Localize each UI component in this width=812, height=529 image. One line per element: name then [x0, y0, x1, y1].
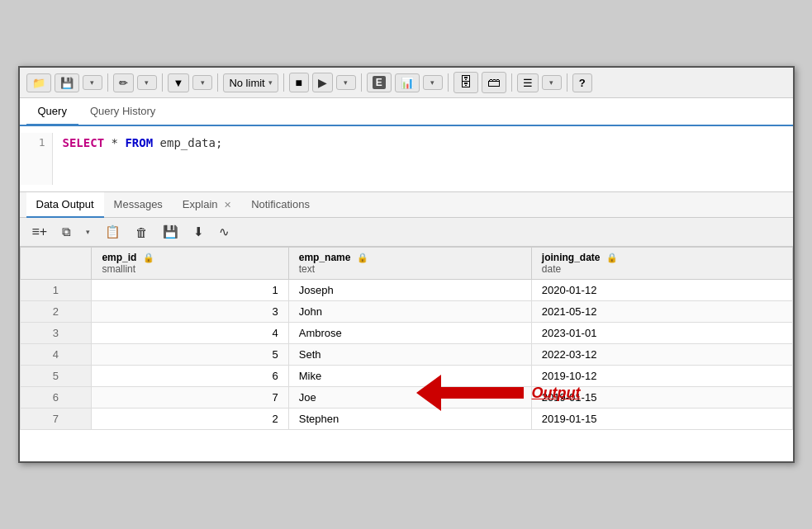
copy-dropdown-button[interactable]: ▾ [80, 224, 96, 239]
emp-id-cell[interactable]: 6 [92, 366, 288, 387]
row-num-cell: 1 [20, 280, 92, 301]
add-row-button[interactable]: ≡+ [26, 221, 54, 243]
stop-button[interactable]: ■ [289, 73, 309, 92]
emp-id-cell[interactable]: 7 [92, 387, 288, 409]
add-row-icon: ≡+ [32, 224, 48, 239]
main-toolbar: 📁 💾 ▾ ✏ ▾ ▼ ▾ No limit ▾ ■ [20, 68, 793, 98]
list-icon: ☰ [523, 77, 533, 89]
tab-explain[interactable]: Explain ✕ [173, 192, 241, 218]
run-button[interactable]: ▶ [312, 73, 333, 92]
emp-id-cell[interactable]: 3 [92, 301, 288, 323]
joining-date-cell[interactable]: 2019-01-15 [531, 409, 792, 430]
play-icon: ▶ [318, 76, 327, 89]
save-data-icon: 💾 [163, 224, 178, 239]
table-row[interactable]: 23John2021-05-12 [20, 301, 792, 323]
keyword-select: SELECT [63, 136, 105, 149]
sql-content[interactable]: SELECT * FROM emp_data; [53, 133, 793, 185]
save-button[interactable]: 💾 [55, 73, 79, 92]
col-name-emp-id: emp_id [102, 252, 136, 263]
separator-2 [162, 73, 163, 92]
copy-button[interactable]: ⧉ [56, 221, 77, 243]
tab-messages[interactable]: Messages [104, 192, 173, 218]
list-dropdown-button[interactable]: ▾ [542, 75, 562, 90]
table-row[interactable]: 45Seth2022-03-12 [20, 344, 792, 366]
table-row[interactable]: 11Joseph2020-01-12 [20, 280, 792, 301]
limit-dropdown[interactable]: No limit ▾ [223, 73, 278, 92]
separator-8 [567, 73, 567, 92]
chevron-down-icon-2: ▾ [145, 78, 149, 87]
emp-id-cell[interactable]: 1 [92, 280, 288, 301]
joining-date-cell[interactable]: 2023-01-01 [531, 323, 792, 344]
col-name-emp-name: emp_name [299, 252, 351, 263]
db2-icon: 🗃 [487, 75, 501, 90]
table-row[interactable]: 56Mike2019-10-12 [20, 366, 792, 387]
chevron-down-icon-7: ▾ [86, 228, 90, 236]
db-button-1[interactable]: 🗄 [453, 72, 478, 93]
emp-id-cell[interactable]: 2 [92, 409, 288, 430]
limit-label: No limit [229, 77, 264, 89]
paste-button[interactable]: 📋 [99, 221, 126, 243]
delete-button[interactable]: 🗑 [130, 222, 154, 243]
chevron-down-icon-4: ▾ [344, 78, 348, 87]
col-type-emp-name: text [299, 263, 521, 275]
graph-button[interactable]: ∿ [213, 221, 235, 243]
row-num-cell: 5 [20, 366, 92, 387]
run-dropdown-button[interactable]: ▾ [336, 75, 356, 90]
separator-4 [283, 73, 284, 92]
table-row[interactable]: 34Ambrose2023-01-01 [20, 323, 792, 344]
tab-notifications[interactable]: Notifications [241, 192, 320, 218]
emp-name-cell[interactable]: Ambrose [288, 323, 531, 344]
table-row[interactable]: 67Joe2019-01-15 [20, 387, 792, 409]
sql-editor[interactable]: 1 SELECT * FROM emp_data; [20, 126, 793, 192]
stop-icon: ■ [295, 76, 302, 89]
tab-query-history[interactable]: Query History [78, 98, 167, 126]
row-num-cell: 7 [20, 409, 92, 430]
explain-button[interactable]: E [367, 73, 392, 92]
trash-icon: 🗑 [135, 225, 148, 239]
folder-button[interactable]: 📁 [26, 73, 51, 92]
emp-name-cell[interactable]: Seth [288, 344, 531, 366]
row-num-cell: 6 [20, 387, 92, 409]
explain-icon: E [373, 76, 386, 89]
arrow [416, 375, 524, 411]
filter-button[interactable]: ▼ [168, 73, 190, 92]
main-window: 📁 💾 ▾ ✏ ▾ ▼ ▾ No limit ▾ ■ [18, 66, 795, 463]
help-button[interactable]: ? [572, 73, 592, 92]
emp-name-cell[interactable]: Joseph [288, 280, 531, 301]
row-num-cell: 2 [20, 301, 92, 323]
save-dropdown-button[interactable]: ▾ [83, 75, 102, 90]
close-explain-icon[interactable]: ✕ [224, 200, 231, 210]
edit-dropdown-button[interactable]: ▾ [137, 75, 157, 90]
emp-id-cell[interactable]: 5 [92, 344, 288, 366]
db-button-2[interactable]: 🗃 [482, 72, 506, 93]
joining-date-cell[interactable]: 2020-01-12 [531, 280, 792, 301]
chart-dropdown-button[interactable]: ▾ [423, 75, 443, 90]
emp-name-cell[interactable]: John [288, 301, 531, 323]
save-icon: 💾 [60, 77, 74, 89]
download-icon: ⬇ [193, 224, 204, 239]
output-tabs-bar: Data Output Messages Explain ✕ Notificat… [20, 192, 793, 218]
download-button[interactable]: ⬇ [188, 221, 210, 243]
joining-date-cell[interactable]: 2021-05-12 [531, 301, 792, 323]
chart-button[interactable]: 📊 [395, 73, 420, 92]
folder-icon: 📁 [32, 77, 45, 89]
edit-button[interactable]: ✏ [113, 73, 134, 92]
tab-data-output[interactable]: Data Output [26, 192, 104, 218]
results-table: emp_id 🔒 smallint emp_name 🔒 text joinin… [20, 247, 793, 430]
chart-icon: 📊 [401, 77, 414, 89]
row-num-header [20, 248, 92, 280]
col-type-joining-date: date [542, 263, 782, 275]
sql-table: emp_data; [160, 136, 223, 149]
output-label: Output [532, 385, 581, 402]
joining-date-cell[interactable]: 2022-03-12 [531, 344, 792, 366]
emp-id-cell[interactable]: 4 [92, 323, 288, 344]
tab-query[interactable]: Query [26, 98, 78, 126]
emp-name-cell[interactable]: Stephen [288, 409, 531, 430]
arrow-body [441, 387, 524, 399]
save-data-button[interactable]: 💾 [157, 221, 184, 243]
row-num-cell: 4 [20, 344, 92, 366]
table-row[interactable]: 72Stephen2019-01-15 [20, 409, 792, 430]
filter-dropdown-button[interactable]: ▾ [192, 75, 212, 90]
list-button[interactable]: ☰ [517, 73, 539, 92]
copy-icon: ⧉ [62, 224, 71, 239]
